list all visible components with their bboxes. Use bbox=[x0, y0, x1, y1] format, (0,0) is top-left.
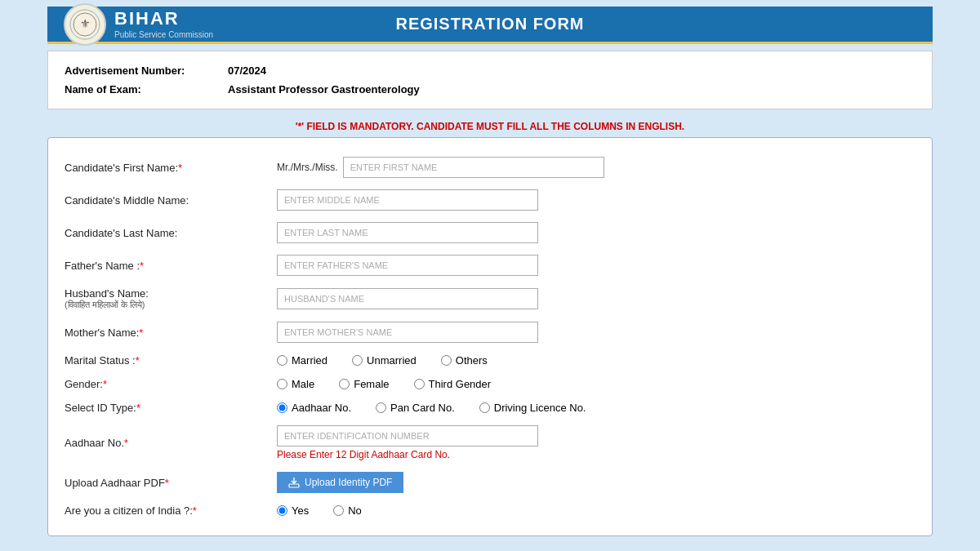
gender-third[interactable]: Third Gender bbox=[414, 378, 492, 390]
page-header: ⚜ BIHAR Public Service Commission REGIST… bbox=[47, 7, 933, 44]
father-name-input[interactable] bbox=[277, 255, 538, 276]
husband-name-row: Husband's Name: (विवाहित महिलाओं के लिये… bbox=[65, 282, 915, 316]
id-type-radio-group: Aadhaar No. Pan Card No. Driving Licence… bbox=[277, 402, 586, 414]
gender-row: Gender:* Male Female Third Gender bbox=[65, 372, 915, 396]
org-subtitle: Public Service Commission bbox=[114, 30, 213, 40]
id-pan[interactable]: Pan Card No. bbox=[376, 402, 455, 414]
citizen-no[interactable]: No bbox=[333, 504, 362, 517]
id-aadhaar-radio[interactable] bbox=[277, 402, 287, 413]
exam-row: Name of Exam: Assistant Professor Gastro… bbox=[65, 80, 915, 99]
last-name-input[interactable] bbox=[277, 222, 538, 243]
marital-status-row: Marital Status :* Married Unmarried Othe… bbox=[65, 349, 915, 372]
aadhaar-row: Aadhaar No.* Please Enter 12 Digit Aadha… bbox=[65, 420, 915, 466]
marital-others[interactable]: Others bbox=[441, 354, 488, 367]
aadhaar-error: Please Enter 12 Digit Aadhaar Card No. bbox=[277, 449, 538, 460]
citizen-row: Are you a citizen of India ?:* Yes No bbox=[65, 499, 915, 522]
marital-married[interactable]: Married bbox=[277, 354, 327, 367]
marital-unmarried-radio[interactable] bbox=[352, 355, 363, 366]
citizen-no-radio[interactable] bbox=[333, 505, 344, 516]
id-type-row: Select ID Type:* Aadhaar No. Pan Card No… bbox=[65, 396, 915, 420]
adv-value: 07/2024 bbox=[228, 64, 266, 77]
name-prefix: Mr./Mrs./Miss. bbox=[277, 162, 338, 173]
aadhaar-input[interactable] bbox=[277, 425, 538, 447]
citizen-label: Are you a citizen of India ?:* bbox=[65, 504, 277, 517]
adv-label: Advertisement Number: bbox=[65, 64, 228, 77]
gender-female[interactable]: Female bbox=[339, 378, 389, 390]
svg-text:⚜: ⚜ bbox=[80, 17, 91, 30]
citizen-yes[interactable]: Yes bbox=[277, 504, 309, 517]
father-name-row: Father's Name :* bbox=[65, 249, 915, 282]
middle-name-label: Candidate's Middle Name: bbox=[65, 194, 277, 207]
first-name-label: Candidate's First Name:* bbox=[65, 162, 277, 174]
page-title: REGISTRATION FORM bbox=[395, 15, 584, 33]
logo-section: ⚜ BIHAR Public Service Commission bbox=[64, 3, 213, 46]
id-aadhaar[interactable]: Aadhaar No. bbox=[277, 402, 351, 414]
aadhaar-label: Aadhaar No.* bbox=[65, 437, 277, 449]
upload-identity-button[interactable]: Upload Identity PDF bbox=[277, 472, 403, 493]
husband-name-input[interactable] bbox=[277, 288, 538, 309]
last-name-row: Candidate's Last Name: bbox=[65, 216, 915, 249]
logo-text: BIHAR Public Service Commission bbox=[114, 8, 213, 39]
id-pan-radio[interactable] bbox=[376, 402, 386, 413]
adv-row: Advertisement Number: 07/2024 bbox=[65, 61, 915, 80]
exam-label: Name of Exam: bbox=[65, 83, 228, 96]
svg-rect-3 bbox=[289, 484, 299, 487]
form-section: Candidate's First Name:* Mr./Mrs./Miss. … bbox=[47, 137, 933, 536]
gender-third-radio[interactable] bbox=[414, 379, 425, 389]
father-name-label: Father's Name :* bbox=[65, 260, 277, 272]
marital-status-label: Marital Status :* bbox=[65, 354, 277, 367]
first-name-group: Mr./Mrs./Miss. bbox=[277, 157, 604, 178]
citizen-radio-group: Yes No bbox=[277, 504, 362, 517]
upload-label: Upload Aadhaar PDF* bbox=[65, 477, 277, 489]
citizen-yes-radio[interactable] bbox=[277, 505, 287, 516]
exam-value: Assistant Professor Gastroenterology bbox=[228, 83, 420, 96]
last-name-label: Candidate's Last Name: bbox=[65, 227, 277, 239]
mandatory-notice: '*' FIELD IS MANDATORY. CANDIDATE MUST F… bbox=[47, 116, 933, 137]
page-wrapper: ⚜ BIHAR Public Service Commission REGIST… bbox=[41, 0, 939, 543]
gender-male-radio[interactable] bbox=[277, 379, 287, 389]
husband-name-label: Husband's Name: (विवाहित महिलाओं के लिये… bbox=[65, 287, 277, 310]
id-type-label: Select ID Type:* bbox=[65, 402, 277, 414]
info-section: Advertisement Number: 07/2024 Name of Ex… bbox=[47, 51, 933, 109]
middle-name-row: Candidate's Middle Name: bbox=[65, 184, 915, 216]
id-driving-radio[interactable] bbox=[479, 402, 490, 413]
id-driving[interactable]: Driving Licence No. bbox=[479, 402, 586, 414]
upload-row: Upload Aadhaar PDF* Upload Identity PDF bbox=[65, 466, 915, 499]
mother-name-label: Mother's Name:* bbox=[65, 327, 277, 339]
mother-name-input[interactable] bbox=[277, 322, 538, 343]
logo-emblem: ⚜ bbox=[64, 3, 106, 46]
marital-unmarried[interactable]: Unmarried bbox=[352, 354, 416, 367]
mother-name-row: Mother's Name:* bbox=[65, 316, 915, 349]
first-name-row: Candidate's First Name:* Mr./Mrs./Miss. bbox=[65, 151, 915, 184]
first-name-input[interactable] bbox=[343, 157, 604, 178]
gender-label: Gender:* bbox=[65, 378, 277, 390]
gender-radio-group: Male Female Third Gender bbox=[277, 378, 491, 390]
upload-icon bbox=[288, 477, 300, 488]
middle-name-input[interactable] bbox=[277, 189, 538, 211]
org-name: BIHAR bbox=[114, 8, 213, 29]
marital-others-radio[interactable] bbox=[441, 355, 452, 366]
marital-married-radio[interactable] bbox=[277, 355, 287, 366]
marital-radio-group: Married Unmarried Others bbox=[277, 354, 488, 367]
aadhaar-input-group: Please Enter 12 Digit Aadhaar Card No. bbox=[277, 425, 538, 460]
gender-female-radio[interactable] bbox=[339, 379, 350, 389]
gender-male[interactable]: Male bbox=[277, 378, 314, 390]
